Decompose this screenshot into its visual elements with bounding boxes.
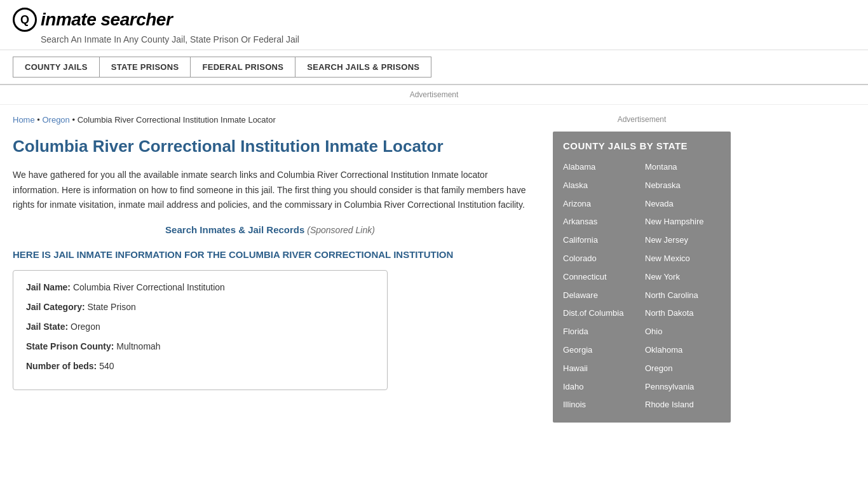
state-link[interactable]: Arizona (563, 196, 639, 213)
state-link[interactable]: Ohio (645, 323, 721, 341)
description-text: We have gathered for you all the availab… (13, 168, 527, 213)
state-prison-county-value-text: Multnomah (116, 341, 160, 351)
county-jails-box: COUNTY JAILS BY STATE AlabamaMontanaAlas… (553, 132, 731, 423)
page-title: Columbia River Correctional Institution … (13, 136, 527, 158)
logo-icon: Q (13, 8, 37, 32)
sponsored-text: (Sponsored Link) (307, 225, 375, 235)
jail-state-label: Jail State: (26, 322, 68, 332)
info-box: Jail Name: Columbia River Correctional I… (13, 270, 388, 390)
logo-area: Q inmate searcher (13, 8, 855, 32)
jail-name-value-text: Columbia River Correctional Institution (73, 282, 225, 292)
state-link[interactable]: Dist.of Columbia (563, 305, 639, 322)
search-jails-nav-button[interactable]: SEARCH JAILS & PRISONS (295, 57, 431, 78)
state-link[interactable]: Montana (645, 159, 721, 176)
state-link[interactable]: Hawaii (563, 360, 639, 377)
number-of-beds-value-text: 540 (99, 361, 114, 371)
header: Q inmate searcher Search An Inmate In An… (0, 0, 868, 50)
state-link[interactable]: Delaware (563, 287, 639, 304)
jail-state-row: Jail State: Oregon (26, 320, 374, 334)
jail-category-label: Jail Category: (26, 302, 85, 312)
jail-name-label: Jail Name: (26, 282, 71, 292)
sidebar-ad: Advertisement (553, 115, 731, 124)
state-link[interactable]: Oklahoma (645, 342, 721, 359)
state-link[interactable]: New York (645, 269, 721, 286)
state-link[interactable]: Pennsylvania (645, 379, 721, 396)
main-layout: Home • Oregon • Columbia River Correctio… (0, 105, 868, 423)
state-prison-county-label: State Prison County: (26, 341, 114, 351)
jail-category-value-text: State Prison (87, 302, 135, 312)
sidebar: Advertisement COUNTY JAILS BY STATE Alab… (540, 105, 731, 423)
state-link[interactable]: California (563, 232, 639, 249)
state-prisons-nav-button[interactable]: STATE PRISONS (99, 57, 191, 78)
state-link[interactable]: Illinois (563, 396, 639, 414)
state-link[interactable]: Arkansas (563, 214, 639, 231)
state-prison-county-row: State Prison County: Multnomah (26, 340, 374, 353)
state-link[interactable]: New Mexico (645, 250, 721, 268)
state-link[interactable]: New Jersey (645, 232, 721, 249)
states-grid: AlabamaMontanaAlaskaNebraskaArizonaNevad… (563, 159, 721, 414)
state-link[interactable]: Nevada (645, 196, 721, 213)
state-link[interactable]: New Hampshire (645, 214, 721, 231)
tagline: Search An Inmate In Any County Jail, Sta… (41, 34, 855, 44)
breadcrumb-state-link[interactable]: Oregon (42, 115, 69, 125)
nav-bar: COUNTY JAILS STATE PRISONS FEDERAL PRISO… (0, 50, 868, 85)
search-inmates-link[interactable]: Search Inmates & Jail Records (165, 224, 304, 235)
state-link[interactable]: Nebraska (645, 177, 721, 194)
state-link[interactable]: Florida (563, 323, 639, 341)
state-link[interactable]: Colorado (563, 250, 639, 268)
number-of-beds-row: Number of beds: 540 (26, 360, 374, 373)
state-link[interactable]: Georgia (563, 342, 639, 359)
ad-banner-top: Advertisement (0, 85, 868, 105)
state-link[interactable]: Alaska (563, 177, 639, 194)
jail-name-row: Jail Name: Columbia River Correctional I… (26, 281, 374, 294)
federal-prisons-nav-button[interactable]: FEDERAL PRISONS (190, 57, 295, 78)
breadcrumb: Home • Oregon • Columbia River Correctio… (13, 115, 527, 125)
county-jails-title: COUNTY JAILS BY STATE (563, 140, 721, 151)
search-link-area: Search Inmates & Jail Records (Sponsored… (13, 224, 527, 235)
state-link[interactable]: Connecticut (563, 269, 639, 286)
state-link[interactable]: North Carolina (645, 287, 721, 304)
state-link[interactable]: North Dakota (645, 305, 721, 322)
county-jails-nav-button[interactable]: COUNTY JAILS (13, 57, 99, 78)
state-link[interactable]: Idaho (563, 379, 639, 396)
section-heading: HERE IS JAIL INMATE INFORMATION FOR THE … (13, 249, 527, 260)
logo-text: inmate searcher (41, 10, 172, 30)
state-link[interactable]: Rhode Island (645, 396, 721, 414)
breadcrumb-current: Columbia River Correctional Institution … (78, 115, 276, 125)
number-of-beds-label: Number of beds: (26, 361, 97, 371)
jail-category-row: Jail Category: State Prison (26, 301, 374, 314)
state-link[interactable]: Alabama (563, 159, 639, 176)
jail-state-value-text: Oregon (71, 322, 100, 332)
state-link[interactable]: Oregon (645, 360, 721, 377)
content-area: Home • Oregon • Columbia River Correctio… (13, 105, 540, 423)
breadcrumb-home-link[interactable]: Home (13, 115, 35, 125)
